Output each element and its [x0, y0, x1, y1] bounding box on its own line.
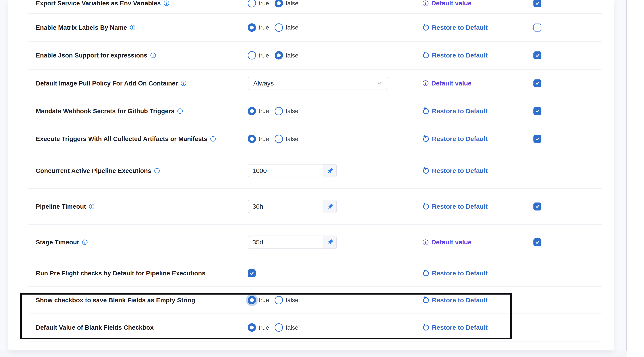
restore-to-default-link[interactable]: Restore to Default [422, 135, 488, 143]
restore-to-default-label: Restore to Default [432, 203, 488, 210]
radio-true[interactable] [248, 107, 256, 115]
restore-icon [422, 135, 430, 143]
setting-action-cell: Default value [422, 0, 472, 7]
setting-control-cell [248, 200, 337, 213]
setting-control-cell: true false [248, 324, 301, 332]
setting-label: Concurrent Active Pipeline Executions [36, 167, 151, 174]
enable-setting-checkbox[interactable] [534, 202, 542, 210]
radio-true[interactable] [248, 135, 256, 143]
setting-action-cell: Default value [422, 239, 472, 246]
true-false-radio-group: true false [248, 296, 301, 304]
default-value-info-icon [422, 239, 429, 246]
true-false-radio-group: true false [248, 0, 301, 7]
setting-action-cell: Restore to Default [422, 203, 488, 210]
setting-checkbox[interactable] [248, 269, 256, 277]
pin-icon[interactable] [324, 236, 336, 249]
setting-label-cell: Default Image Pull Policy For Add On Con… [36, 80, 187, 87]
default-value-label: Default value [431, 239, 472, 246]
restore-to-default-link[interactable]: Restore to Default [422, 107, 488, 115]
restore-to-default-label: Restore to Default [432, 24, 488, 31]
setting-label: Default Value of Blank Fields Checkbox [36, 324, 154, 331]
radio-true[interactable] [248, 296, 256, 304]
pipeline-settings-page: Export Service Variables as Env Variable… [0, 0, 644, 357]
info-icon[interactable] [163, 0, 170, 6]
enable-setting-checkbox[interactable] [534, 0, 542, 7]
radio-false-label: false [286, 108, 298, 115]
setting-label-cell: Enable Matrix Labels By Name [36, 24, 136, 31]
setting-label: Enable Json Support for expressions [36, 52, 148, 59]
setting-control-cell [248, 164, 337, 177]
setting-label: Execute Triggers With All Collected Arti… [36, 135, 207, 143]
restore-to-default-link[interactable]: Restore to Default [422, 167, 488, 174]
value-input[interactable] [248, 236, 324, 249]
pin-icon[interactable] [324, 164, 336, 177]
info-icon[interactable] [130, 24, 136, 30]
radio-false[interactable] [274, 0, 283, 7]
setting-action-cell: Restore to Default [422, 52, 488, 59]
enable-setting-checkbox[interactable] [534, 79, 542, 87]
radio-false[interactable] [274, 23, 283, 32]
info-icon[interactable] [210, 136, 216, 142]
restore-icon [422, 24, 430, 31]
restore-to-default-link[interactable]: Restore to Default [422, 270, 488, 277]
restore-icon [422, 107, 430, 115]
enable-setting-checkbox[interactable] [534, 107, 542, 115]
default-value-indicator[interactable]: Default value [422, 239, 472, 246]
setting-control-cell: true false [248, 51, 301, 60]
radio-true[interactable] [248, 51, 256, 60]
value-input[interactable] [248, 164, 324, 177]
true-false-radio-group: true false [248, 324, 301, 332]
info-icon[interactable] [177, 108, 183, 114]
settings-row: Mandate Webhook Secrets for Github Trigg… [8, 97, 614, 125]
setting-action-cell: Restore to Default [422, 297, 488, 304]
default-value-indicator[interactable]: Default value [422, 0, 472, 7]
pin-icon[interactable] [324, 200, 336, 213]
setting-enable-cell [534, 107, 542, 115]
dropdown-select[interactable]: Always [248, 77, 388, 90]
restore-to-default-link[interactable]: Restore to Default [422, 324, 488, 331]
radio-true[interactable] [248, 324, 256, 332]
setting-label-cell: Pipeline Timeout [36, 203, 95, 210]
setting-label-cell: Show checkbox to save Blank Fields as Em… [36, 297, 195, 304]
setting-label: Show checkbox to save Blank Fields as Em… [36, 297, 195, 304]
restore-to-default-link[interactable]: Restore to Default [422, 52, 488, 59]
default-value-info-icon [422, 80, 429, 86]
setting-label-cell: Enable Json Support for expressions [36, 52, 156, 59]
setting-control-cell: true false [248, 107, 301, 115]
enable-setting-checkbox[interactable] [534, 135, 542, 143]
info-icon[interactable] [154, 168, 160, 174]
setting-label-cell: Concurrent Active Pipeline Executions [36, 167, 160, 174]
radio-false[interactable] [274, 296, 283, 304]
info-icon[interactable] [180, 80, 187, 86]
setting-label-cell: Run Pre Flight checks by Default for Pip… [36, 270, 206, 277]
info-icon[interactable] [82, 239, 88, 246]
radio-true[interactable] [248, 23, 256, 32]
enable-setting-checkbox[interactable] [534, 238, 542, 246]
enable-setting-checkbox[interactable] [534, 51, 542, 59]
setting-control-cell: true false [248, 135, 301, 143]
setting-action-cell: Restore to Default [422, 24, 488, 31]
setting-control-cell: true false [248, 0, 301, 7]
settings-card: Export Service Variables as Env Variable… [8, 0, 614, 351]
settings-row: Execute Triggers With All Collected Arti… [8, 125, 614, 153]
setting-action-cell: Restore to Default [422, 135, 488, 143]
default-value-indicator[interactable]: Default value [422, 80, 472, 87]
radio-false[interactable] [274, 107, 283, 115]
default-value-info-icon [422, 0, 429, 7]
info-icon[interactable] [150, 52, 156, 58]
info-icon[interactable] [88, 203, 95, 210]
restore-to-default-link[interactable]: Restore to Default [422, 203, 488, 210]
value-input[interactable] [248, 200, 324, 213]
enable-setting-checkbox[interactable] [534, 23, 542, 31]
radio-true[interactable] [248, 0, 256, 7]
radio-true-label: true [259, 135, 269, 142]
setting-label: Run Pre Flight checks by Default for Pip… [36, 270, 206, 277]
radio-false[interactable] [274, 324, 283, 332]
restore-to-default-link[interactable]: Restore to Default [422, 297, 488, 304]
setting-label-cell: Execute Triggers With All Collected Arti… [36, 135, 216, 143]
restore-to-default-link[interactable]: Restore to Default [422, 24, 488, 31]
setting-label: Export Service Variables as Env Variable… [36, 0, 161, 7]
radio-false[interactable] [274, 135, 283, 143]
setting-enable-cell [534, 79, 542, 87]
radio-false[interactable] [274, 51, 283, 60]
